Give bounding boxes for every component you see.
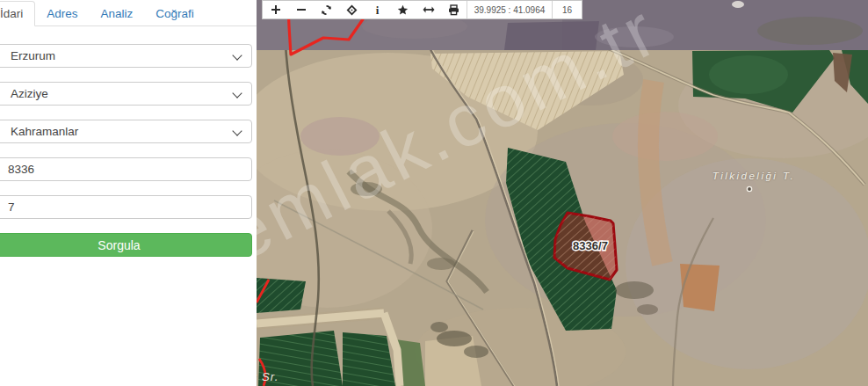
parcel-field-wrap — [0, 195, 252, 219]
tab-cografi[interactable]: Coğrafi — [144, 2, 206, 25]
query-panel: İdari Adres Analiz Coğrafi Erzurum Azizi… — [0, 0, 257, 386]
parcel-query-form: Erzurum Aziziye Kahramanlar Sorgula — [0, 26, 257, 257]
neighborhood-select[interactable]: Kahramanlar — [0, 120, 252, 143]
district-select[interactable]: Aziziye — [0, 82, 252, 106]
info-button[interactable]: i — [365, 1, 390, 18]
province-select[interactable]: Erzurum — [0, 44, 252, 68]
map-canvas[interactable]: 8336/7 emlak.com.tr Tilkideliği T. z Sr. — [257, 0, 868, 386]
parcel-input[interactable] — [0, 195, 251, 219]
chevron-down-icon — [232, 88, 242, 98]
refresh-button[interactable] — [314, 1, 339, 18]
tab-analiz[interactable]: Analiz — [90, 2, 145, 25]
place-marker-icon — [747, 186, 751, 191]
zoom-in-button[interactable] — [263, 1, 288, 18]
province-select-value: Erzurum — [11, 49, 55, 62]
place-label: Tilkideliği T. — [666, 171, 842, 181]
zoom-level-readout: 16 — [552, 1, 582, 18]
district-select-value: Aziziye — [11, 87, 48, 100]
map-toolbar: i 39.9925 : 41.0964 16 — [262, 0, 582, 19]
coordinates-readout: 39.9925 : 41.0964 — [467, 1, 552, 18]
stream-label: z Sr. — [257, 370, 278, 383]
query-button[interactable]: Sorgula — [0, 233, 252, 257]
print-button[interactable] — [441, 1, 467, 18]
zoom-out-button[interactable] — [288, 1, 314, 18]
block-field-wrap — [0, 157, 252, 181]
chevron-down-icon — [232, 50, 242, 60]
center-map-button[interactable] — [339, 1, 365, 18]
parcel-number-label: 8336/7 — [573, 239, 608, 252]
tab-bar: İdari Adres Analiz Coğrafi — [0, 0, 257, 26]
measure-button[interactable] — [416, 1, 441, 18]
neighborhood-select-value: Kahramanlar — [11, 125, 78, 138]
satellite-imagery: 8336/7 — [257, 0, 868, 386]
tab-idari[interactable]: İdari — [0, 1, 35, 26]
favorite-button[interactable] — [390, 1, 416, 18]
tab-adres[interactable]: Adres — [35, 2, 89, 25]
block-input[interactable] — [0, 157, 251, 181]
chevron-down-icon — [232, 126, 242, 135]
